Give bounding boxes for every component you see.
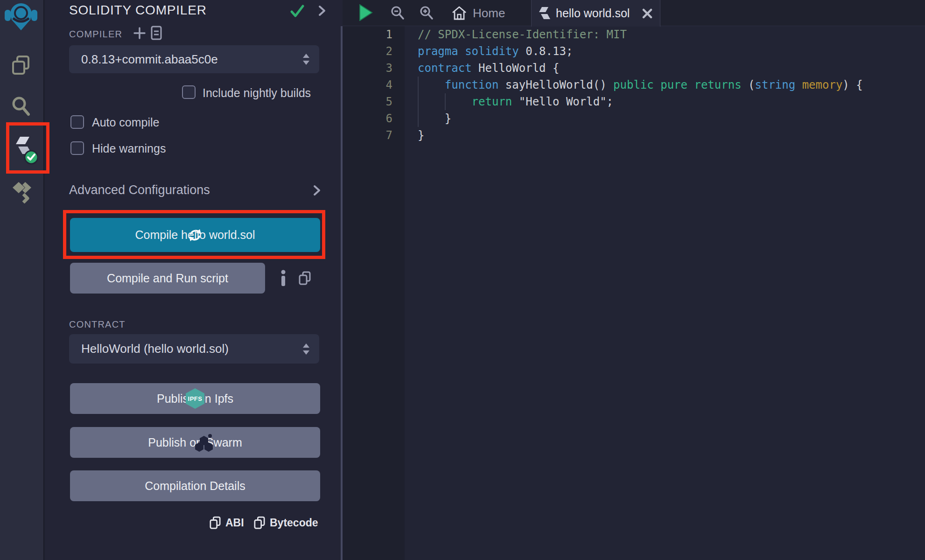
compiler-version-value: 0.8.13+commit.abaa5c0e — [81, 52, 218, 67]
line-number: 7 — [343, 127, 392, 144]
copy-icon — [210, 516, 221, 530]
code-lines: 1// SPDX-License-Identifier: MIT2pragma … — [343, 26, 925, 144]
copy-icon — [254, 516, 265, 530]
code-line: 2pragma solidity 0.8.13; — [343, 43, 925, 60]
bytecode-label: Bytecode — [270, 517, 318, 529]
zoom-in-icon[interactable] — [420, 6, 434, 21]
open-file-icon[interactable] — [150, 26, 162, 40]
solidity-compiler-panel: SOLIDITY COMPILER COMPILER 0.8.13+commit… — [45, 0, 343, 560]
copy-icon[interactable] — [299, 271, 311, 286]
tab-home-label: Home — [473, 6, 505, 21]
line-number: 3 — [343, 60, 392, 77]
line-number: 4 — [343, 77, 392, 93]
compile-and-run-label: Compile and Run script — [107, 272, 228, 285]
info-icon[interactable] — [279, 270, 288, 287]
tab-home[interactable]: Home — [446, 0, 531, 26]
zoom-out-icon[interactable] — [391, 6, 405, 21]
tab-hello-world-sol[interactable]: hello world.sol — [531, 0, 660, 27]
select-arrows-icon — [302, 343, 310, 355]
add-compiler-icon[interactable] — [133, 27, 146, 39]
remix-logo — [5, 1, 37, 33]
close-tab-icon[interactable] — [642, 8, 652, 19]
home-icon — [451, 6, 467, 21]
code-line: 6 } — [343, 110, 925, 127]
indent-guide — [445, 93, 446, 110]
contract-select[interactable]: HelloWorld (hello world.sol) — [69, 334, 319, 364]
solidity-file-icon — [539, 7, 550, 21]
annotation-highlight-compiler-icon — [6, 122, 49, 174]
code-editor[interactable]: 1// SPDX-License-Identifier: MIT2pragma … — [343, 26, 925, 560]
compiler-version-select[interactable]: 0.8.13+commit.abaa5c0e — [69, 45, 319, 73]
run-script-play-icon[interactable] — [359, 4, 373, 21]
auto-compile-checkbox[interactable] — [70, 115, 84, 129]
vertical-icon-bar — [0, 0, 44, 560]
editor-tab-strip: Home hello world.sol — [343, 0, 925, 26]
publish-on-ipfs-button[interactable]: Publish on Ipfs IPFS — [70, 383, 320, 414]
indent-guide — [418, 77, 419, 127]
panel-chevron-right-icon[interactable] — [317, 5, 327, 16]
panel-title: SOLIDITY COMPILER — [69, 3, 207, 18]
line-number: 6 — [343, 110, 392, 127]
hide-warnings-label: Hide warnings — [92, 142, 166, 155]
compilation-details-button[interactable]: Compilation Details — [70, 470, 320, 501]
editor-area: Home hello world.sol 1// SPDX-License-Id… — [343, 0, 925, 560]
publish-on-swarm-button[interactable]: Publish on Swarm — [70, 427, 320, 458]
annotation-highlight-compile-button — [63, 210, 325, 259]
file-explorer-icon[interactable] — [11, 55, 31, 77]
code-line: 7} — [343, 127, 925, 144]
copy-bytecode-button[interactable]: Bytecode — [254, 516, 318, 530]
search-icon[interactable] — [11, 96, 30, 118]
hide-warnings-checkbox[interactable] — [70, 141, 84, 155]
compile-and-run-button[interactable]: Compile and Run script — [70, 263, 265, 294]
include-nightly-builds-label: Include nightly builds — [203, 86, 311, 100]
auto-compile-label: Auto compile — [92, 116, 160, 129]
contract-select-value: HelloWorld (hello world.sol) — [81, 342, 229, 356]
tab-active-label: hello world.sol — [556, 7, 637, 20]
contract-section-label: CONTRACT — [69, 319, 126, 330]
line-number: 2 — [343, 43, 392, 60]
ethereum-deploy-icon[interactable] — [12, 181, 32, 203]
copy-abi-button[interactable]: ABI — [210, 516, 244, 530]
code-line: 1// SPDX-License-Identifier: MIT — [343, 26, 925, 43]
advanced-chevron-right-icon[interactable] — [312, 185, 322, 196]
advanced-configurations-toggle[interactable]: Advanced Configurations — [69, 183, 210, 197]
code-line: 3contract HelloWorld { — [343, 60, 925, 77]
code-line: 4 function sayHelloWorld() public pure r… — [343, 77, 925, 93]
select-arrows-icon — [302, 53, 310, 65]
compiler-section-label: COMPILER — [69, 29, 122, 40]
include-nightly-builds-checkbox[interactable] — [182, 85, 196, 99]
compilation-details-label: Compilation Details — [145, 479, 245, 493]
abi-label: ABI — [225, 517, 244, 529]
code-line: 5 return "Hello World"; — [343, 93, 925, 110]
line-number: 1 — [343, 26, 392, 43]
line-number: 5 — [343, 93, 392, 110]
compile-success-check-icon — [290, 4, 304, 18]
